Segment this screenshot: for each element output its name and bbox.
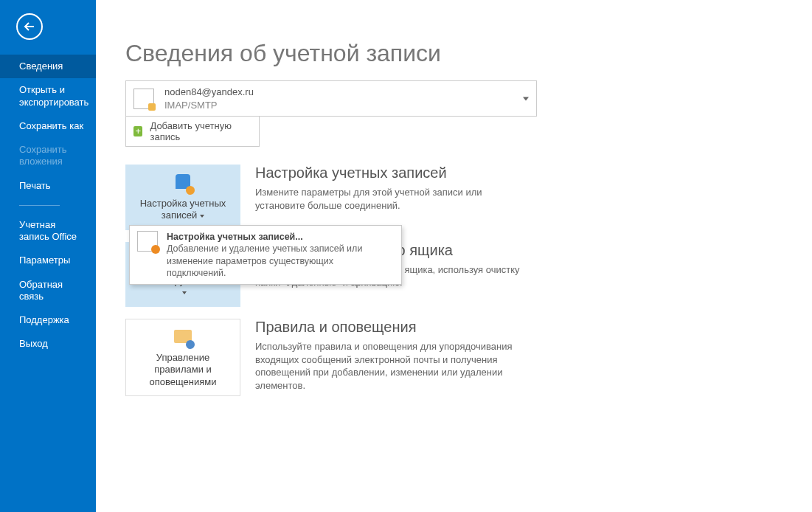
add-account-button[interactable]: + Добавить учетную запись	[125, 117, 260, 147]
nav-divider	[19, 205, 60, 206]
section-heading-account: Настройка учетных записей	[255, 165, 528, 181]
account-dropdown[interactable]: noden84@yandex.ru IMAP/SMTP	[125, 80, 537, 117]
backstage-sidebar: Сведения Открыть и экспортировать Сохран…	[0, 0, 96, 512]
add-account-label: Добавить учетную запись	[150, 120, 251, 142]
tile-account-settings[interactable]: Настройка учетных записей	[125, 165, 240, 230]
nav-exit[interactable]: Выход	[0, 332, 96, 356]
section-heading-rules: Правила и оповещения	[255, 319, 528, 336]
section-desc-rules: Используйте правила и оповещения для упо…	[255, 340, 528, 392]
chevron-down-icon	[200, 215, 204, 218]
nav-open-export[interactable]: Открыть и экспортировать	[0, 78, 96, 114]
account-settings-tooltip[interactable]: Настройка учетных записей... Добавление …	[129, 225, 402, 285]
account-protocol: IMAP/SMTP	[164, 99, 254, 112]
chevron-down-icon	[182, 291, 187, 294]
account-icon	[133, 89, 154, 109]
nav-feedback[interactable]: Обратная связь	[0, 273, 96, 309]
rules-icon	[173, 327, 193, 347]
nav-info[interactable]: Сведения	[0, 55, 96, 78]
tooltip-desc: Добавление и удаление учетных записей ил…	[167, 243, 394, 279]
nav-save-attachments: Сохранить вложения	[0, 138, 96, 174]
tooltip-title: Настройка учетных записей...	[167, 231, 394, 243]
nav-print[interactable]: Печать	[0, 174, 96, 198]
back-arrow-icon	[23, 20, 36, 33]
tile-rules[interactable]: Управление правилами и оповещениями	[125, 319, 240, 396]
nav-support[interactable]: Поддержка	[0, 308, 96, 332]
nav-office-account[interactable]: Учетная запись Office	[0, 213, 96, 249]
back-button[interactable]	[16, 13, 43, 40]
account-settings-icon	[173, 173, 193, 193]
chevron-down-icon	[523, 97, 529, 100]
account-email: noden84@yandex.ru	[164, 86, 254, 99]
nav-save-as[interactable]: Сохранить как	[0, 114, 96, 138]
section-desc-account: Измените параметры для этой учетной запи…	[255, 186, 528, 212]
nav-options[interactable]: Параметры	[0, 249, 96, 272]
plus-icon: +	[133, 126, 142, 136]
account-settings-menu-icon	[137, 231, 158, 252]
page-title: Сведения об учетной записи	[125, 40, 782, 67]
